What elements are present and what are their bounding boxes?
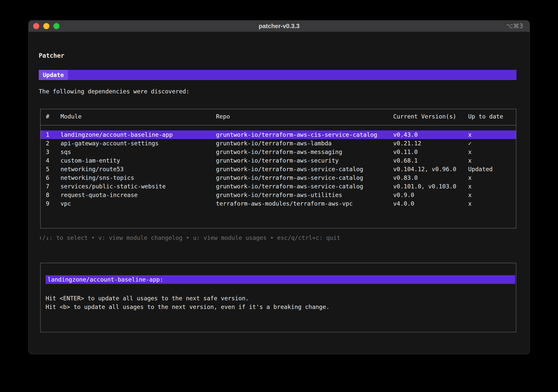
cell-module: sqs [61,148,216,156]
app-title: Patcher [39,52,516,60]
detail-instruction-enter: Hit <ENTER> to update all usages to the … [46,294,516,303]
table-header-row: # Module Repo Current Version(s) Up to d… [41,109,516,125]
cell-module: services/public-static-website [61,182,216,191]
table-row[interactable]: 7 services/public-static-website gruntwo… [41,182,516,191]
update-tab-bar: Update [39,70,516,80]
cell-repo: gruntwork-io/terraform-aws-utilities [216,191,393,199]
cell-number: 3 [46,148,61,156]
cell-current-versions: v0.43.0 [393,130,468,139]
cell-up-to-date: x [468,182,516,191]
cell-up-to-date: x [468,173,516,182]
cell-module: networking/route53 [61,165,216,173]
cell-module: custom-iam-entity [61,156,216,165]
cell-number: 7 [46,182,61,191]
cell-current-versions: v0.21.12 [393,139,468,148]
cell-repo: gruntwork-io/terraform-aws-service-catal… [216,173,393,182]
table-row[interactable]: 1 landingzone/account-baseline-app grunt… [41,130,516,139]
window-controls [33,23,59,29]
cell-up-to-date: x [468,191,516,199]
col-header-up-to-date: Up to date [468,113,516,125]
cell-current-versions: v4.0.0 [393,199,468,208]
col-header-number: # [46,113,61,125]
cell-repo: gruntwork-io/terraform-aws-cis-service-c… [216,130,393,139]
close-button[interactable] [33,23,39,29]
table-body: 1 landingzone/account-baseline-app grunt… [41,125,516,208]
cell-current-versions: v0.68.1 [393,156,468,165]
cell-number: 9 [46,199,61,208]
cell-module: networking/sns-topics [61,173,216,182]
cell-current-versions: v0.9.0 [393,191,468,199]
cell-module: vpc [61,199,216,208]
col-header-current-versions: Current Version(s) [393,113,468,125]
cell-number: 2 [46,139,61,148]
cell-number: 8 [46,191,61,199]
cell-number: 6 [46,173,61,182]
detail-module-heading: landingzone/account-baseline-app: [46,275,515,284]
table-row[interactable]: 6 networking/sns-topics gruntwork-io/ter… [41,173,516,182]
cell-up-to-date: x [468,156,516,165]
minimize-button[interactable] [43,23,49,29]
detail-instructions: Hit <ENTER> to update all usages to the … [46,294,516,311]
dependencies-table: # Module Repo Current Version(s) Up to d… [40,109,516,228]
table-row[interactable]: 9 vpc terraform-aws-modules/terraform-aw… [41,199,516,208]
window-shortcut-hint: ⌥⌘3 [506,23,523,30]
cell-current-versions: v0.83.0 [393,173,468,182]
cell-number: 4 [46,156,61,165]
table-row[interactable]: 4 custom-iam-entity gruntwork-io/terrafo… [41,156,516,165]
cell-up-to-date: x [468,199,516,208]
tab-update[interactable]: Update [39,70,68,80]
cell-up-to-date: Updated [468,165,516,173]
table-row[interactable]: 5 networking/route53 gruntwork-io/terraf… [41,165,516,173]
terminal-window: patcher-v0.3.3 ⌥⌘3 Patcher Update The fo… [28,20,530,354]
cell-module: api-gateway-account-settings [61,139,216,148]
window-title: patcher-v0.3.3 [29,23,530,30]
cell-up-to-date: x [468,148,516,156]
cell-module: landingzone/account-baseline-app [61,130,216,139]
window-titlebar[interactable]: patcher-v0.3.3 ⌥⌘3 [29,21,530,32]
cell-repo: gruntwork-io/terraform-aws-service-catal… [216,182,393,191]
cell-module: request-quota-increase [61,191,216,199]
help-bar: ↑/↓: to select • v: view module changelo… [39,233,516,242]
table-row[interactable]: 8 request-quota-increase gruntwork-io/te… [41,191,516,199]
cell-current-versions: v0.104.12, v0.96.0 [393,165,468,173]
col-header-repo: Repo [216,113,393,125]
table-row[interactable]: 2 api-gateway-account-settings gruntwork… [41,139,516,148]
cell-up-to-date: x [468,130,516,139]
zoom-button[interactable] [53,23,59,29]
table-row[interactable]: 3 sqs gruntwork-io/terraform-aws-messagi… [41,148,516,156]
cell-number: 1 [46,130,61,139]
cell-repo: terraform-aws-modules/terraform-aws-vpc [216,199,393,208]
cell-repo: gruntwork-io/terraform-aws-security [216,156,393,165]
cell-number: 5 [46,165,61,173]
cell-repo: gruntwork-io/terraform-aws-service-catal… [216,165,393,173]
detail-instruction-breaking: Hit <b> to update all usages to the next… [46,303,516,311]
detail-panel: landingzone/account-baseline-app: Hit <E… [40,263,516,332]
cell-up-to-date: ✓ [468,139,516,148]
cell-repo: gruntwork-io/terraform-aws-lambda [216,139,393,148]
cell-current-versions: v0.11.0 [393,148,468,156]
terminal-content: Patcher Update The following dependencie… [29,32,530,332]
cell-current-versions: v0.101.0, v0.103.0 [393,182,468,191]
col-header-module: Module [61,113,216,125]
intro-text: The following dependencies were discover… [39,87,516,96]
cell-repo: gruntwork-io/terraform-aws-messaging [216,148,393,156]
